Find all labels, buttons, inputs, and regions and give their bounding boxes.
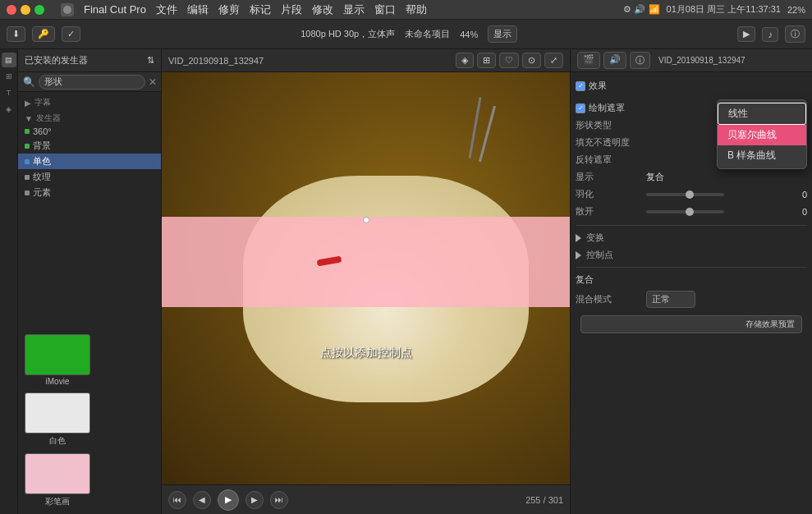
audio-tab[interactable]: 🔊 xyxy=(603,52,626,69)
video-tab[interactable]: 🎬 xyxy=(577,52,600,69)
cat-label: 360° xyxy=(33,126,52,136)
prev-frame-btn[interactable]: ◀ xyxy=(193,491,211,509)
photos-icon[interactable]: ⊞ xyxy=(2,69,16,84)
sort-icon[interactable]: ⇅ xyxy=(147,55,154,66)
cat-dot xyxy=(25,144,30,149)
generator-white[interactable]: 白色 xyxy=(25,392,90,447)
effects-checkbox[interactable]: ✓ xyxy=(576,81,585,91)
falloff-slider[interactable] xyxy=(646,210,724,213)
menu-modify[interactable]: 修改 xyxy=(312,2,333,17)
menu-file[interactable]: 文件 xyxy=(156,2,177,17)
control-points-row[interactable]: 控制点 xyxy=(576,246,807,264)
toolbar-right: ▶ ♪ ⓘ xyxy=(737,25,805,43)
check-btn[interactable]: ✓ xyxy=(62,26,80,42)
feather-slider[interactable] xyxy=(646,193,724,196)
media-import-btn[interactable]: ⬇ xyxy=(7,26,25,42)
menu-mark[interactable]: 标记 xyxy=(250,2,271,17)
feather-row: 羽化 0 xyxy=(576,186,807,203)
display-btn[interactable]: 显示 xyxy=(488,25,517,43)
menu-trim[interactable]: 修剪 xyxy=(218,2,240,17)
display-row: 显示 复合 xyxy=(576,168,807,186)
category-subtitles[interactable]: ▶ 字幕 xyxy=(18,94,161,109)
search-input[interactable] xyxy=(39,75,145,89)
draw-mask-checkbox[interactable]: ✓ xyxy=(576,103,585,113)
audio-btn[interactable]: ♪ xyxy=(762,27,778,42)
fullscreen-preview-btn[interactable]: ⤢ xyxy=(544,53,563,68)
section-divider-1 xyxy=(576,225,807,226)
zoom-select-btn[interactable]: ◈ xyxy=(456,53,474,68)
next-frame-btn[interactable]: ▶ xyxy=(245,491,264,509)
menubar: Final Cut Pro 文件 编辑 修剪 标记 片段 修改 显示 窗口 帮助… xyxy=(0,0,812,20)
fullscreen-button[interactable] xyxy=(34,5,44,15)
transform-row[interactable]: 变换 xyxy=(576,229,807,246)
shape-type-label: 形状类型 xyxy=(576,119,641,131)
svg-point-0 xyxy=(63,6,71,14)
cat-label: 背景 xyxy=(33,140,51,152)
invert-mask-label: 反转遮罩 xyxy=(576,154,641,166)
blend-mode-select[interactable]: 正常 xyxy=(646,291,695,308)
display-value: 复合 xyxy=(646,171,807,183)
generator-thumb-white xyxy=(25,392,90,434)
control-points-expand-icon xyxy=(576,251,581,259)
key-btn[interactable]: 🔑 xyxy=(32,26,55,42)
control-points-label: 控制点 xyxy=(586,249,652,261)
effects-label: 效果 xyxy=(589,80,607,92)
minimize-button[interactable] xyxy=(21,5,30,15)
cat-texture[interactable]: 纹理 xyxy=(18,169,161,185)
falloff-row: 散开 0 xyxy=(576,203,807,220)
inspector-filename: VID_20190918_132947 xyxy=(658,56,745,65)
generators-icon[interactable]: ◈ xyxy=(2,102,16,117)
menu-help[interactable]: 帮助 xyxy=(406,2,427,17)
cat-dot xyxy=(25,129,30,134)
generator-imovie[interactable]: iMovie xyxy=(25,334,90,386)
control-point[interactable] xyxy=(363,217,369,223)
cat-background[interactable]: 背景 xyxy=(18,138,161,154)
store-preset-btn[interactable]: 存储效果预置 xyxy=(580,315,802,333)
falloff-value: 0 xyxy=(729,207,807,217)
cat-360[interactable]: 360° xyxy=(18,125,161,138)
effects-header[interactable]: ✓ 效果 xyxy=(576,77,807,94)
generator-thumb-imovie xyxy=(25,334,90,375)
blend-mode-label: 混合模式 xyxy=(576,293,641,305)
menu-window[interactable]: 窗口 xyxy=(374,2,396,17)
speed-btn[interactable]: ⊙ xyxy=(522,53,541,68)
menu-edit[interactable]: 编辑 xyxy=(187,2,209,17)
left-sidebar-icons: ▤ ⊞ T ◈ xyxy=(0,49,18,514)
composite-header[interactable]: 复合 xyxy=(576,271,807,288)
info-tab[interactable]: ⓘ xyxy=(630,52,650,69)
goto-start-btn[interactable]: ⏮ xyxy=(168,491,186,509)
main-layout: ▤ ⊞ T ◈ 已安装的发生器 ⇅ 🔍 ✕ ▶ 字幕 ▼ 发生器 360° xyxy=(0,49,812,514)
video-btn[interactable]: ▶ xyxy=(737,26,755,42)
transform-btn[interactable]: ⊞ xyxy=(477,53,496,68)
media-categories: ▶ 字幕 ▼ 发生器 360° 背景 单色 纹理 xyxy=(18,92,161,328)
menu-app[interactable]: Final Cut Pro xyxy=(84,3,146,16)
transform-expand-icon xyxy=(576,234,581,242)
cat-elements[interactable]: 元素 xyxy=(18,185,161,200)
datetime: 01月08日 周三 上午11:37:31 xyxy=(667,3,781,16)
collapse-icon: ▶ xyxy=(25,99,31,108)
menu-view[interactable]: 显示 xyxy=(343,2,365,17)
feather-label: 羽化 xyxy=(576,188,641,200)
toolbar: ⬇ 🔑 ✓ 1080p HD 30p，立体声 未命名项目 44% 显示 ▶ ♪ … xyxy=(0,20,812,49)
goto-end-btn[interactable]: ⏭ xyxy=(270,491,288,509)
menu-clip[interactable]: 片段 xyxy=(281,2,302,17)
system-icons: ⚙ 🔊 📶 xyxy=(623,4,659,15)
dropdown-item-bezier[interactable]: 贝塞尔曲线 xyxy=(718,125,806,145)
feather-value: 0 xyxy=(729,190,807,200)
clear-search-icon[interactable]: ✕ xyxy=(149,76,157,88)
category-generators[interactable]: ▼ 发生器 xyxy=(18,109,161,125)
info-btn[interactable]: ⓘ xyxy=(785,25,805,43)
dropdown-item-linear[interactable]: 线性 xyxy=(718,103,806,125)
play-btn[interactable]: ▶ xyxy=(218,489,239,511)
library-icon[interactable]: ▤ xyxy=(2,53,16,67)
titles-icon[interactable]: T xyxy=(2,85,16,100)
dropdown-item-bspline[interactable]: B 样条曲线 xyxy=(718,145,806,166)
close-button[interactable] xyxy=(7,5,16,15)
cat-solid[interactable]: 单色 xyxy=(18,154,161,169)
search-icon: 🔍 xyxy=(23,76,35,88)
color-btn[interactable]: ♡ xyxy=(499,53,519,68)
zoom-level: 44% xyxy=(460,30,478,39)
generator-pink[interactable]: 彩笔画 xyxy=(25,453,90,507)
cat-label: 元素 xyxy=(33,186,51,199)
generator-label-pink: 彩笔画 xyxy=(45,496,70,507)
